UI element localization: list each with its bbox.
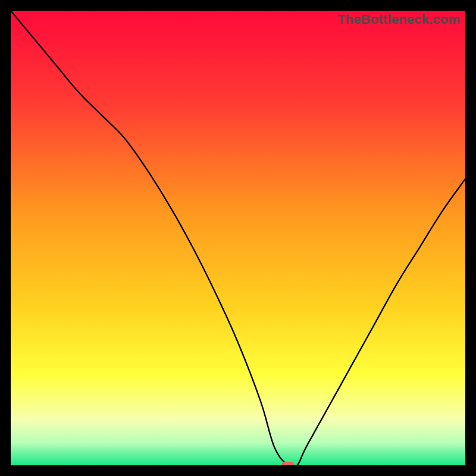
bottleneck-curve bbox=[11, 11, 465, 465]
plot-area: TheBottleneck.com bbox=[11, 11, 465, 465]
chart-frame: TheBottleneck.com bbox=[0, 0, 476, 476]
optimal-marker bbox=[281, 462, 295, 465]
